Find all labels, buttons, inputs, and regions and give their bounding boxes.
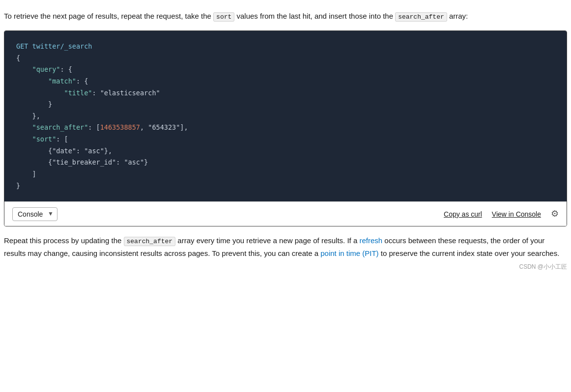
outro-text-4: to preserve the current index state over… — [379, 249, 560, 257]
copy-as-curl-button[interactable]: Copy as curl — [444, 210, 482, 218]
code-close-match: } — [48, 100, 52, 108]
code-number-value: 1463538857 — [100, 123, 140, 131]
code-block-wrapper: GET twitter/_search { "query": { "match"… — [4, 30, 567, 226]
search-after-inline-code: search_after — [395, 12, 447, 22]
refresh-link[interactable]: refresh — [359, 236, 382, 245]
outro-text-1: Repeat this process by updating the — [4, 236, 124, 245]
outro-text-2: array every time you retrieve a new page… — [175, 236, 359, 245]
code-open-brace: { — [16, 54, 20, 62]
code-search-after-colon: : [ — [88, 123, 100, 131]
code-pre: GET twitter/_search { "query": { "match"… — [16, 41, 555, 192]
code-title-key: "title" — [64, 89, 92, 97]
code-match-key: "match" — [48, 77, 76, 85]
pit-link[interactable]: point in time (PIT) — [320, 249, 378, 257]
outro-paragraph: Repeat this process by updating the sear… — [4, 234, 567, 260]
code-sort-colon: : [ — [56, 135, 68, 143]
code-colon-brace-1: : { — [60, 65, 72, 73]
code-query-key: "query" — [32, 65, 60, 73]
code-search-after-key: "search_after" — [32, 123, 88, 131]
code-sort-close: ] — [32, 170, 36, 178]
code-close-main: } — [16, 182, 20, 190]
code-area: GET twitter/_search { "query": { "match"… — [4, 31, 567, 201]
code-string-id: "654323" — [148, 123, 180, 131]
console-select[interactable]: Console Python Ruby Go JS — [12, 207, 57, 221]
code-sort-key: "sort" — [32, 135, 57, 143]
view-in-console-button[interactable]: View in Console — [492, 210, 541, 218]
code-title-value: "elasticsearch" — [100, 89, 160, 97]
code-colon-brace-2: : { — [76, 77, 88, 85]
intro-paragraph: To retrieve the next page of results, re… — [4, 10, 567, 23]
sort-inline-code: sort — [213, 12, 234, 22]
code-method: GET — [16, 42, 28, 50]
gear-icon[interactable]: ⚙ — [551, 207, 559, 221]
code-comma-sep: , — [140, 123, 148, 131]
intro-text-before-sort: To retrieve the next page of results, re… — [4, 12, 213, 20]
code-endpoint: twitter/_search — [32, 42, 92, 50]
code-close-query: }, — [32, 112, 40, 120]
code-tiebreaker-line: {"tie_breaker_id": "asc"} — [48, 158, 148, 166]
csdn-watermark: CSDN @小小工匠 — [519, 262, 567, 272]
intro-text-middle: values from the last hit, and insert tho… — [234, 12, 395, 20]
intro-text-after: array: — [447, 12, 468, 20]
console-select-wrapper[interactable]: Console Python Ruby Go JS ▼ — [12, 207, 57, 221]
code-search-after-close: ], — [180, 123, 188, 131]
outro-search-after-code: search_after — [124, 237, 176, 246]
footer-actions: Copy as curl View in Console ⚙ — [444, 207, 559, 221]
code-colon-3: : — [92, 89, 100, 97]
code-date-line: {"date": "asc"}, — [48, 147, 112, 155]
code-footer: Console Python Ruby Go JS ▼ Copy as curl… — [4, 201, 567, 226]
